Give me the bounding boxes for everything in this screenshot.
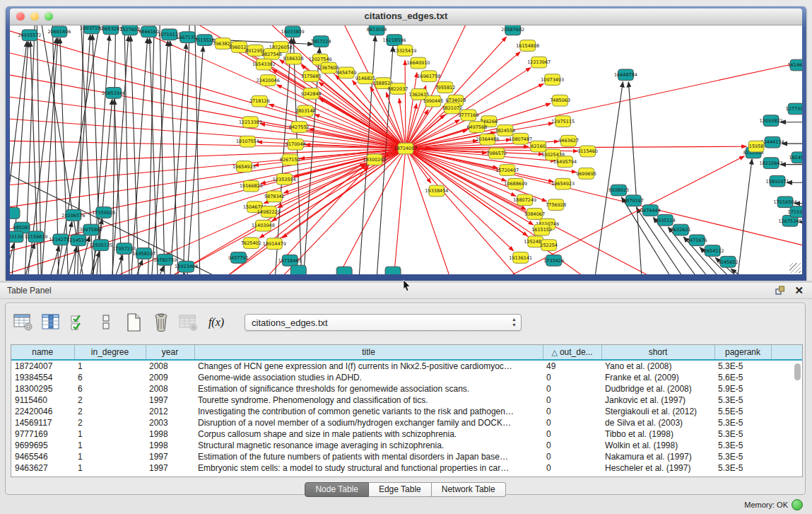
graph-node[interactable]: 19218596 — [383, 35, 406, 46]
graph-node[interactable]: 15718485 — [278, 255, 302, 266]
column-header[interactable]: title — [194, 345, 543, 360]
graph-node[interactable]: 9384067 — [524, 209, 545, 220]
graph-node[interactable]: 20587682 — [501, 25, 524, 35]
graph-node[interactable]: 8813054 — [367, 25, 387, 35]
graph-node[interactable] — [10, 208, 20, 219]
graph-node[interactable]: 7515526 — [194, 35, 215, 46]
table-row[interactable]: 1938455462009Genome-wide association stu… — [11, 372, 802, 383]
graph-node[interactable]: 6879197 — [623, 195, 644, 206]
graph-node[interactable]: 8186328 — [283, 53, 304, 64]
graph-node[interactable]: 62160 — [531, 141, 546, 152]
table-selector-dropdown[interactable]: citations_edges.txt ▲▼ — [245, 314, 522, 331]
graph-node[interactable]: 16033809 — [281, 26, 305, 37]
graph-node[interactable]: 18210643 — [760, 158, 783, 169]
network-canvas[interactable]: 2493557220691406209371911065328715276076… — [10, 25, 802, 274]
resize-grip[interactable] — [789, 263, 801, 273]
table-row[interactable]: 946362711997Embryonic stem cells: a mode… — [11, 462, 802, 474]
graph-node[interactable]: 20206576 — [61, 210, 85, 221]
table-row[interactable]: 1872400712008Changes of HCN gene express… — [11, 360, 802, 372]
graph-node[interactable]: 10688609 — [504, 178, 527, 189]
graph-node[interactable]: 2935114 — [655, 214, 676, 226]
graph-node[interactable]: 10653287 — [99, 25, 122, 35]
graph-node[interactable]: 12093822 — [760, 115, 783, 127]
graph-node[interactable]: 15958 — [748, 141, 764, 152]
table-row[interactable]: 1456911722003Disruption of a novel membe… — [11, 417, 802, 428]
delete-column-icon[interactable] — [151, 312, 172, 333]
graph-node[interactable]: 7625402 — [241, 238, 261, 249]
graph-node[interactable]: 16648784 — [614, 69, 637, 81]
graph-node[interactable]: 16640910 — [407, 57, 430, 69]
table-row[interactable]: 2242004622012Investigating the contribut… — [11, 406, 802, 417]
table-row[interactable]: 969969511998Structural magnetic resonanc… — [11, 440, 802, 451]
graph-node[interactable]: 9242844 — [301, 88, 322, 99]
graph-node[interactable]: 7857224 — [311, 36, 331, 47]
graph-node[interactable]: 8938923 — [608, 185, 629, 196]
column-header[interactable]: name — [11, 345, 74, 360]
graph-node[interactable]: 5878342 — [264, 191, 285, 202]
graph-node[interactable]: 8267150 — [280, 154, 300, 165]
table-row[interactable]: 946554611997Estimation of the future num… — [11, 451, 802, 462]
graph-node[interactable]: 7955812 — [435, 82, 455, 93]
column-header[interactable]: short — [601, 345, 714, 360]
graph-node[interactable]: 1990445 — [423, 95, 444, 107]
graph-node[interactable]: 9699695 — [576, 168, 596, 180]
graph-node[interactable] — [290, 265, 306, 274]
graph-node[interactable]: 3175685 — [301, 71, 322, 82]
float-panel-icon[interactable] — [775, 286, 785, 296]
column-header[interactable] — [771, 345, 802, 360]
graph-node[interactable]: 8427552 — [289, 122, 310, 133]
column-header[interactable]: in_degree — [74, 345, 146, 360]
graph-node[interactable]: 6497568 — [466, 122, 487, 133]
graph-node[interactable]: 9115460 — [577, 146, 598, 157]
graph-node[interactable]: 15892971 — [766, 175, 789, 187]
graph-node[interactable]: 16154808 — [516, 40, 539, 52]
graph-node[interactable]: 1527607 — [119, 25, 140, 35]
graph-node[interactable]: 6466160 — [139, 26, 159, 37]
rows-icon[interactable] — [95, 312, 117, 333]
graph-node[interactable]: 3824554 — [495, 125, 515, 136]
window-titlebar[interactable]: citations_edges.txt — [10, 8, 802, 25]
graph-node[interactable]: 7986572 — [486, 148, 507, 159]
graph-node[interactable]: 9474444 — [640, 205, 661, 216]
table-row[interactable]: 1830029562008Estimation of significance … — [11, 383, 802, 395]
graph-node[interactable]: 9170044 — [286, 139, 306, 150]
graph-node[interactable]: 1277394 — [786, 103, 802, 115]
graph-node[interactable]: 16961758 — [417, 71, 440, 82]
graph-node[interactable]: 9827548 — [261, 48, 282, 59]
graph-node[interactable]: 19166825 — [240, 180, 263, 192]
close-panel-icon[interactable]: ✕ — [794, 284, 804, 297]
tab-edge-table[interactable]: Edge Table — [369, 482, 432, 497]
memory-status-dot[interactable] — [792, 499, 803, 510]
graph-node[interactable]: 19338454 — [425, 185, 448, 197]
graph-node[interactable]: 2803144 — [295, 105, 316, 117]
graph-node[interactable]: 12353594 — [273, 173, 296, 185]
table-scrollbar[interactable] — [794, 363, 801, 475]
table-row[interactable]: 911546021997Tourette syndrome. Phenomeno… — [11, 395, 802, 406]
graph-node[interactable]: 1733426 — [543, 255, 564, 266]
new-column-icon[interactable] — [123, 312, 144, 333]
graph-node[interactable]: 1614673 — [788, 59, 802, 71]
graph-node[interactable]: 252254 — [540, 240, 558, 251]
graph-node[interactable]: 12213967 — [527, 57, 551, 68]
column-header[interactable]: pagerank — [714, 345, 771, 360]
graph-node[interactable]: 1615152 — [531, 224, 552, 235]
graph-node[interactable]: 8822037 — [388, 83, 408, 95]
graph-node[interactable]: 10654112 — [701, 245, 724, 257]
tab-node-table[interactable]: Node Table — [305, 482, 369, 497]
graph-node[interactable]: 18914479 — [263, 238, 286, 250]
row-selection-icon[interactable] — [68, 312, 89, 333]
graph-node[interactable]: 2718126 — [249, 95, 270, 107]
graph-node[interactable]: 7632621 — [671, 224, 691, 235]
tab-network-table[interactable]: Network Table — [432, 482, 506, 497]
graph-node[interactable]: 12975115 — [551, 116, 575, 127]
graph-node[interactable] — [385, 267, 401, 274]
graph-node[interactable]: 8471676 — [687, 235, 707, 246]
graph-node[interactable]: 7485063 — [550, 95, 570, 106]
graph-node[interactable]: 9777169 — [458, 110, 478, 121]
table-row[interactable]: 977716911998Corpus callosum shape and si… — [11, 428, 802, 440]
graph-node[interactable]: 13325419 — [394, 45, 417, 57]
table-mode-icon[interactable] — [13, 312, 34, 333]
column-header[interactable]: year — [146, 345, 194, 360]
graph-node[interactable]: 7756928 — [546, 199, 566, 211]
graph-node[interactable]: 9463627 — [558, 135, 579, 146]
